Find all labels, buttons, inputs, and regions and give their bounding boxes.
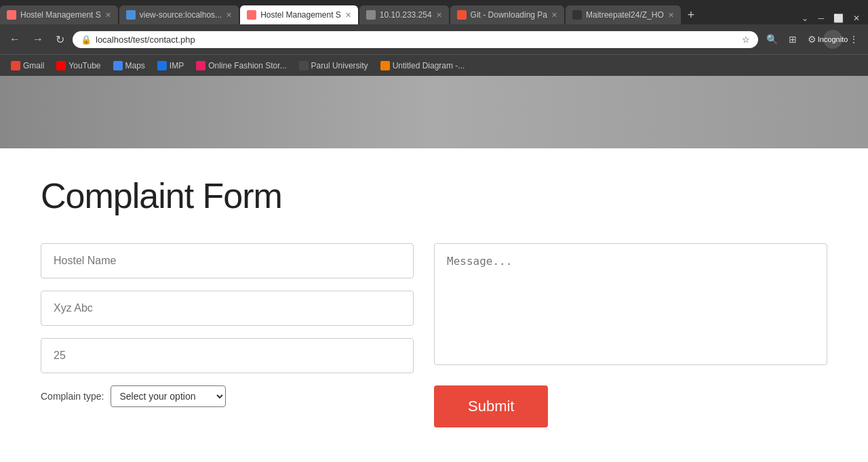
bookmark-imp-label: IMP bbox=[170, 61, 184, 70]
imp-favicon bbox=[157, 61, 167, 70]
tab-6[interactable]: Maitreepatel24/Z_HO ✕ bbox=[566, 5, 681, 24]
tab-5-label: Git - Downloading Pa bbox=[471, 10, 547, 20]
tab-6-favicon bbox=[572, 10, 582, 20]
parul-favicon bbox=[299, 61, 309, 70]
lock-icon: 🔒 bbox=[81, 35, 92, 45]
bookmark-parul[interactable]: Parul University bbox=[294, 59, 374, 72]
tab-6-label: Maitreepatel24/Z_HO bbox=[586, 10, 664, 20]
menu-button[interactable]: ⋮ bbox=[845, 31, 863, 47]
fashion-favicon bbox=[196, 61, 205, 70]
complaint-type-select[interactable]: Select your option Maintenance Food Secu… bbox=[111, 385, 226, 407]
new-tab-button[interactable]: + bbox=[682, 5, 701, 24]
hostel-name-input[interactable] bbox=[41, 243, 414, 278]
bookmark-maps-label: Maps bbox=[125, 61, 145, 70]
search-icon-button[interactable]: 🔍 bbox=[762, 31, 782, 47]
tab-2-close[interactable]: ✕ bbox=[226, 11, 232, 20]
tab-6-close[interactable]: ✕ bbox=[668, 11, 674, 20]
complaint-type-label: Complain type: bbox=[41, 391, 104, 402]
tab-3-close[interactable]: ✕ bbox=[345, 11, 351, 20]
bookmark-gmail-label: Gmail bbox=[23, 61, 44, 70]
bookmark-fashion-label: Online Fashion Stor... bbox=[208, 61, 286, 70]
bookmark-fashion[interactable]: Online Fashion Stor... bbox=[191, 59, 292, 72]
form-layout: Complain type: Select your option Mainte… bbox=[41, 243, 827, 427]
bookmarks-bar: Gmail YouTube Maps IMP Online Fashion St… bbox=[0, 54, 868, 76]
bookmark-button[interactable]: ⊞ bbox=[785, 31, 801, 47]
submit-button[interactable]: Submit bbox=[434, 385, 548, 427]
tab-3-favicon bbox=[247, 10, 256, 20]
back-button[interactable]: ← bbox=[5, 30, 24, 48]
tab-2-label: view-source:localhos... bbox=[140, 10, 222, 20]
tab-4-label: 10.10.233.254 bbox=[380, 10, 432, 20]
tab-2[interactable]: view-source:localhos... ✕ bbox=[119, 5, 239, 24]
tab-1-close[interactable]: ✕ bbox=[105, 11, 111, 20]
address-bar[interactable]: 🔒 localhost/test/contact.php ☆ bbox=[73, 31, 758, 48]
bookmark-youtube-label: YouTube bbox=[68, 61, 100, 70]
tab-bar: Hostel Management S ✕ view-source:localh… bbox=[0, 0, 868, 24]
window-controls: ⌄ ─ ⬜ ✕ bbox=[799, 12, 868, 24]
form-right: Submit bbox=[434, 243, 827, 427]
youtube-favicon bbox=[56, 61, 66, 70]
bookmark-diagram-label: Untitled Diagram -... bbox=[393, 61, 465, 70]
tab-5-favicon bbox=[457, 10, 467, 20]
browser-chrome: Hostel Management S ✕ view-source:localh… bbox=[0, 0, 868, 76]
minimize-button[interactable]: ─ bbox=[815, 12, 827, 24]
page-title: Complaint Form bbox=[41, 175, 827, 216]
address-text: localhost/test/contact.php bbox=[96, 35, 738, 45]
tab-5-close[interactable]: ✕ bbox=[551, 11, 557, 20]
complaint-type-row: Complain type: Select your option Mainte… bbox=[41, 385, 414, 407]
bookmark-imp[interactable]: IMP bbox=[152, 59, 189, 72]
nav-icons: 🔍 ⊞ ⚙ Incognito ⋮ bbox=[762, 30, 863, 49]
gmail-favicon bbox=[11, 61, 20, 70]
tab-1[interactable]: Hostel Management S ✕ bbox=[0, 5, 118, 24]
navigation-bar: ← → ↻ 🔒 localhost/test/contact.php ☆ 🔍 ⊞… bbox=[0, 24, 868, 54]
reload-button[interactable]: ↻ bbox=[52, 30, 68, 49]
bookmark-diagram[interactable]: Untitled Diagram -... bbox=[375, 59, 471, 72]
tab-5[interactable]: Git - Downloading Pa ✕ bbox=[450, 5, 564, 24]
number-input[interactable] bbox=[41, 338, 414, 373]
hero-image bbox=[0, 76, 868, 148]
tab-4[interactable]: 10.10.233.254 ✕ bbox=[359, 5, 449, 24]
name-input[interactable] bbox=[41, 291, 414, 326]
bookmark-youtube[interactable]: YouTube bbox=[51, 59, 106, 72]
tab-1-favicon bbox=[7, 10, 16, 20]
bookmark-maps[interactable]: Maps bbox=[108, 59, 151, 72]
tab-4-favicon bbox=[366, 10, 376, 20]
forward-button[interactable]: → bbox=[28, 30, 47, 48]
bookmark-parul-label: Parul University bbox=[311, 61, 368, 70]
diagram-favicon bbox=[380, 61, 390, 70]
tab-3[interactable]: Hostel Management S ✕ bbox=[240, 5, 358, 24]
close-window-button[interactable]: ✕ bbox=[850, 12, 863, 24]
maximize-button[interactable]: ⬜ bbox=[831, 12, 846, 24]
page-content: Complaint Form Complain type: Select you… bbox=[0, 76, 868, 462]
profile-label: Incognito bbox=[818, 35, 848, 43]
bookmark-gmail[interactable]: Gmail bbox=[5, 59, 50, 72]
maps-favicon bbox=[113, 61, 123, 70]
form-left: Complain type: Select your option Mainte… bbox=[41, 243, 414, 407]
tab-1-label: Hostel Management S bbox=[20, 10, 101, 20]
star-icon: ☆ bbox=[742, 35, 750, 45]
tab-3-label: Hostel Management S bbox=[260, 10, 341, 20]
tab-2-favicon bbox=[126, 10, 136, 20]
profile-button[interactable]: Incognito bbox=[823, 30, 842, 49]
tab-4-close[interactable]: ✕ bbox=[436, 11, 442, 20]
main-area: Complaint Form Complain type: Select you… bbox=[0, 148, 868, 455]
message-textarea[interactable] bbox=[434, 243, 827, 365]
tab-list-button[interactable]: ⌄ bbox=[799, 12, 811, 24]
